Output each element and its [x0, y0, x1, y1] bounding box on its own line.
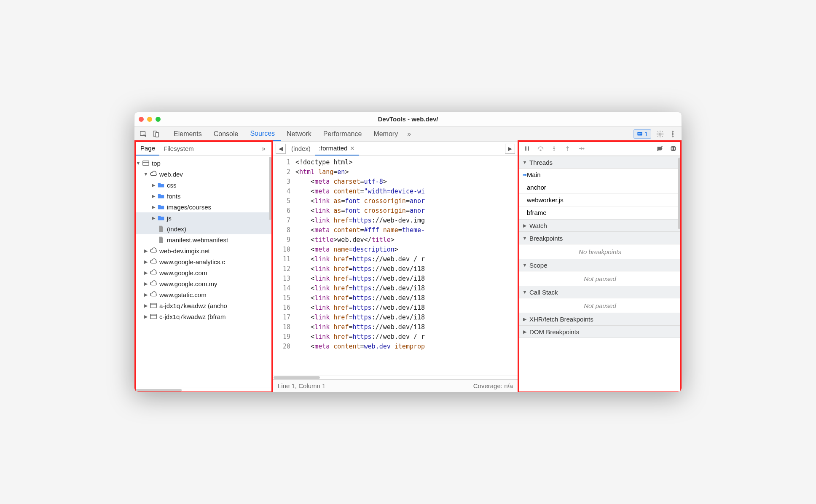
step-icon[interactable] — [575, 143, 587, 155]
svg-rect-2 — [156, 132, 158, 137]
disclosure-triangle-icon[interactable]: ▶ — [150, 226, 156, 232]
scrollbar-vertical[interactable] — [269, 157, 271, 220]
tree-item[interactable]: ▶manifest.webmanifest — [134, 234, 272, 245]
svg-rect-17 — [525, 146, 526, 150]
section-threads[interactable]: ▼Threads — [518, 156, 682, 169]
disclosure-triangle-icon[interactable]: ▶ — [150, 193, 156, 199]
tree-item[interactable]: ▶fonts — [134, 190, 272, 201]
editor-scrollbar-horizontal[interactable] — [273, 375, 518, 379]
section-watch[interactable]: ▶Watch — [518, 219, 682, 232]
tree-item[interactable]: ▶a-jdx1q7kwadwz (ancho — [134, 300, 272, 311]
disclosure-triangle-icon[interactable]: ▼ — [135, 161, 141, 166]
debugger-scrollbar[interactable] — [678, 158, 681, 229]
section-label: Call Stack — [529, 289, 558, 296]
code-editor[interactable]: 1234567891011121314151617181920 <!doctyp… — [273, 156, 518, 375]
editor-statusbar: Line 1, Column 1 Coverage: n/a — [273, 379, 518, 392]
coverage-status: Coverage: n/a — [473, 382, 513, 389]
tree-item-label: manifest.webmanifest — [167, 236, 228, 244]
tree-item[interactable]: ▼web.dev — [134, 169, 272, 180]
section-callstack[interactable]: ▼Call Stack — [518, 286, 682, 298]
disclosure-triangle-icon[interactable]: ▶ — [150, 182, 156, 188]
tree-item[interactable]: ▶c-jdx1q7kwadwz (bfram — [134, 311, 272, 322]
tree-item[interactable]: ▶web-dev.imgix.net — [134, 245, 272, 256]
issues-badge[interactable]: 1 — [633, 129, 651, 139]
kebab-menu-icon[interactable] — [666, 128, 679, 140]
section-breakpoints[interactable]: ▼Breakpoints — [518, 232, 682, 244]
tree-item-label: (index) — [167, 225, 186, 233]
disclosure-triangle-icon[interactable]: ▼ — [143, 172, 149, 177]
tree-item[interactable]: ▶www.google.com — [134, 267, 272, 278]
file-tab[interactable]: (index) — [287, 142, 315, 155]
more-nav-tabs-icon[interactable]: » — [258, 145, 269, 153]
nav-prev-icon[interactable]: ◀ — [276, 144, 286, 154]
section-scope[interactable]: ▼Scope — [518, 259, 682, 271]
device-toggle-icon[interactable] — [150, 128, 162, 140]
disclosure-triangle-icon[interactable]: ▶ — [150, 204, 156, 210]
navigator-pane: PageFilesystem » ▼top▼web.dev▶css▶fonts▶… — [134, 142, 273, 392]
disclosure-triangle-icon[interactable]: ▶ — [522, 329, 528, 335]
step-out-icon[interactable] — [561, 143, 573, 155]
code-content[interactable]: <!doctype html><html lang=en> <meta char… — [294, 156, 425, 375]
section-dom[interactable]: ▶DOM Breakpoints — [518, 325, 682, 338]
more-tabs-icon[interactable]: » — [404, 130, 414, 138]
cursor-position: Line 1, Column 1 — [278, 382, 325, 389]
svg-point-4 — [659, 133, 661, 135]
settings-gear-icon[interactable] — [654, 128, 666, 140]
disclosure-triangle-icon[interactable]: ▶ — [143, 281, 149, 287]
file-tree[interactable]: ▼top▼web.dev▶css▶fonts▶images/courses▶js… — [134, 156, 272, 388]
navtab-filesystem[interactable]: Filesystem — [159, 142, 198, 155]
nav-next-icon[interactable]: ▶ — [505, 144, 515, 154]
pause-icon[interactable] — [521, 143, 533, 155]
thread-item[interactable]: webworker.js — [518, 194, 682, 206]
disclosure-triangle-icon[interactable]: ▶ — [150, 237, 156, 243]
step-over-icon[interactable] — [534, 143, 546, 155]
disclosure-triangle-icon[interactable]: ▶ — [143, 303, 149, 308]
scrollbar-horizontal[interactable] — [134, 388, 272, 392]
inspect-element-icon[interactable] — [137, 128, 150, 140]
tab-sources[interactable]: Sources — [244, 126, 281, 141]
disclosure-triangle-icon[interactable]: ▶ — [522, 316, 528, 322]
svg-point-19 — [540, 150, 541, 151]
disclosure-triangle-icon[interactable]: ▶ — [143, 248, 149, 254]
disclosure-triangle-icon[interactable]: ▶ — [143, 259, 149, 265]
disclosure-triangle-icon[interactable]: ▶ — [143, 270, 149, 276]
thread-item[interactable]: anchor — [518, 181, 682, 194]
file-tab[interactable]: :formatted✕ — [315, 142, 360, 155]
disclosure-triangle-icon[interactable]: ▶ — [143, 314, 149, 319]
thread-item[interactable]: Main — [518, 169, 682, 181]
line-gutter: 1234567891011121314151617181920 — [273, 156, 294, 375]
pause-on-exceptions-icon[interactable] — [667, 143, 679, 155]
tree-item[interactable]: ▶css — [134, 180, 272, 190]
disclosure-triangle-icon[interactable]: ▼ — [522, 236, 528, 241]
step-into-icon[interactable] — [548, 143, 560, 155]
svg-point-20 — [553, 150, 555, 151]
disclosure-triangle-icon[interactable]: ▶ — [143, 292, 149, 298]
tab-memory[interactable]: Memory — [368, 126, 404, 141]
tab-network[interactable]: Network — [281, 126, 317, 141]
tree-item-label: js — [167, 214, 172, 222]
tree-item[interactable]: ▶www.google-analytics.c — [134, 256, 272, 267]
tree-item[interactable]: ▶js — [134, 212, 272, 223]
disclosure-triangle-icon[interactable]: ▼ — [522, 290, 528, 295]
section-xhr[interactable]: ▶XHR/fetch Breakpoints — [518, 313, 682, 325]
tab-console[interactable]: Console — [208, 126, 244, 141]
scope-empty: Not paused — [518, 271, 682, 286]
close-tab-icon[interactable]: ✕ — [350, 145, 355, 152]
disclosure-triangle-icon[interactable]: ▶ — [150, 215, 156, 221]
devtools-window: DevTools - web.dev/ ElementsConsoleSourc… — [134, 112, 682, 392]
disclosure-triangle-icon[interactable]: ▼ — [522, 263, 528, 268]
tree-item[interactable]: ▶images/courses — [134, 201, 272, 212]
tree-item[interactable]: ▶www.google.com.my — [134, 278, 272, 289]
disclosure-triangle-icon[interactable]: ▼ — [522, 160, 528, 165]
deactivate-breakpoints-icon[interactable] — [654, 143, 666, 155]
tab-elements[interactable]: Elements — [168, 126, 208, 141]
thread-item[interactable]: bframe — [518, 206, 682, 219]
tree-item[interactable]: ▼top — [134, 158, 272, 169]
tree-item[interactable]: ▶www.gstatic.com — [134, 289, 272, 300]
tab-performance[interactable]: Performance — [317, 126, 368, 141]
navtab-page[interactable]: Page — [136, 142, 159, 155]
svg-point-6 — [672, 133, 674, 134]
tree-item[interactable]: ▶(index) — [134, 223, 272, 234]
disclosure-triangle-icon[interactable]: ▶ — [522, 223, 528, 228]
window-title: DevTools - web.dev/ — [134, 115, 682, 123]
